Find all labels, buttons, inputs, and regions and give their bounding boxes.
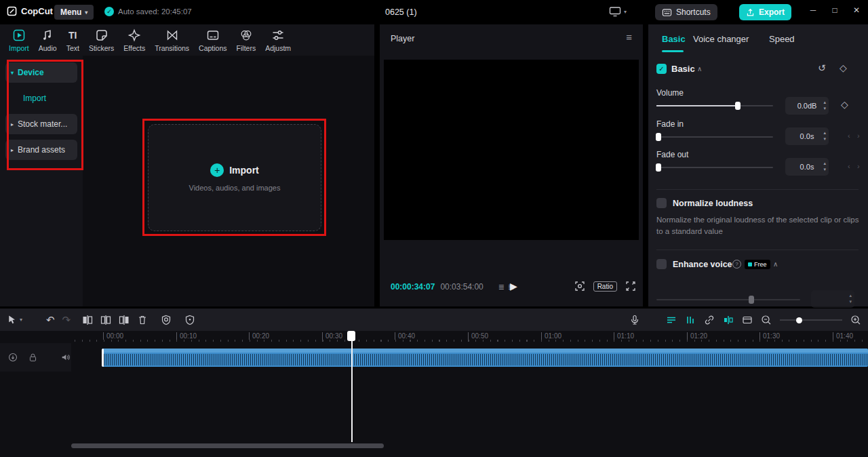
sidebar-item-import[interactable]: Import	[5, 88, 77, 108]
disabled-value-field[interactable]: ▴▾	[811, 290, 854, 308]
export-button[interactable]: Export	[739, 4, 791, 20]
zoom-slider-thumb[interactable]	[796, 317, 802, 323]
enhance-voice-label: Enhance voice	[673, 260, 732, 269]
auto-snap-button[interactable]	[685, 315, 696, 325]
menu-button[interactable]: Menu ▾	[54, 5, 94, 20]
record-voiceover-button[interactable]	[629, 315, 640, 325]
tab-basic[interactable]: Basic	[662, 34, 686, 44]
tab-audio[interactable]: Audio	[34, 28, 62, 52]
tab-stickers[interactable]: Stickers	[84, 28, 119, 52]
autosave-check-icon: ✓	[104, 7, 114, 16]
audio-clip[interactable]	[102, 349, 868, 367]
reset-icon[interactable]: ↺	[818, 62, 826, 73]
track-order-icon[interactable]	[8, 353, 18, 362]
undo-button[interactable]: ↶	[46, 314, 55, 326]
zoom-out-icon[interactable]	[761, 315, 772, 325]
mask-button[interactable]	[161, 315, 172, 325]
export-label: Export	[759, 7, 785, 17]
fade-in-stepper[interactable]: ▴▾	[823, 130, 826, 142]
player-menu-icon[interactable]: ≡	[626, 31, 632, 43]
disabled-slider-thumb[interactable]	[749, 296, 754, 304]
tab-transitions[interactable]: Transitions	[150, 28, 194, 52]
next-keyframe-icon[interactable]: ›	[857, 132, 860, 140]
sidebar-item-stock-material[interactable]: ▸ Stock mater...	[5, 114, 77, 134]
tab-effects[interactable]: Effects	[119, 28, 150, 52]
captions-icon	[206, 28, 220, 42]
tab-adjustment[interactable]: Adjustm	[260, 28, 296, 52]
split-left-button[interactable]	[82, 315, 93, 325]
close-button[interactable]: ✕	[848, 5, 865, 15]
fullscreen-icon[interactable]	[625, 281, 636, 292]
fade-out-slider-thumb[interactable]	[656, 163, 661, 172]
normalize-loudness-checkbox[interactable]	[656, 198, 667, 208]
select-tool-button[interactable]: ▾	[7, 315, 22, 325]
tab-captions[interactable]: Captions	[194, 28, 231, 52]
disabled-stepper[interactable]: ▴▾	[849, 292, 852, 304]
transitions-icon	[165, 28, 179, 42]
tab-import[interactable]: Import	[4, 28, 34, 52]
fade-out-value-field[interactable]: 0.0s ▴▾	[785, 158, 829, 176]
disabled-slider[interactable]	[656, 296, 800, 304]
volume-stepper[interactable]: ▴▾	[823, 99, 826, 111]
sidebar-item-device[interactable]: ▾ Device	[5, 62, 77, 83]
preview-quality-icon[interactable]	[574, 281, 585, 292]
fade-in-slider[interactable]	[656, 133, 773, 141]
split-right-button[interactable]	[119, 315, 130, 325]
fade-out-slider[interactable]	[656, 163, 773, 172]
timeline-toolbar: ▾ ↶ ↷	[0, 309, 868, 331]
lock-icon[interactable]	[28, 353, 37, 362]
adjustment-icon	[271, 28, 285, 42]
redo-button[interactable]: ↷	[62, 314, 71, 326]
volume-value-field[interactable]: 0.0dB ▴▾	[785, 97, 829, 115]
ratio-button[interactable]: Ratio	[593, 281, 617, 292]
maximize-button[interactable]: □	[826, 5, 844, 15]
timeline-area: 00:00 00:10 00:20 00:30 00:40 00:50 01:0…	[0, 331, 868, 457]
collapse-icon[interactable]: ∧	[697, 65, 702, 73]
split-button[interactable]	[100, 315, 111, 325]
fade-in-label: Fade in	[656, 119, 684, 129]
time-display: 00:00:34:07 00:03:54:00 ≣ ≣	[391, 282, 514, 292]
tab-voice-changer[interactable]: Voice changer	[693, 34, 749, 44]
play-button[interactable]: ▶	[510, 281, 517, 292]
basic-section-checkbox[interactable]: ✓	[656, 64, 667, 74]
autosave-status: ✓ Auto saved: 20:45:07	[104, 7, 192, 16]
shield-button[interactable]	[184, 315, 195, 325]
volume-keyframe-icon[interactable]: ◇	[841, 99, 848, 110]
prev-keyframe-icon[interactable]: ‹	[848, 132, 850, 140]
delete-button[interactable]	[137, 315, 148, 325]
tab-text[interactable]: TI Text	[62, 28, 84, 52]
track-snap-button[interactable]	[723, 315, 734, 325]
tab-filters[interactable]: Filters	[232, 28, 261, 52]
fade-in-value-field[interactable]: 0.0s ▴▾	[785, 127, 829, 145]
preview-frame-button[interactable]	[742, 315, 753, 325]
import-dropzone[interactable]: + Import Videos, audios, and images	[148, 124, 321, 231]
zoom-in-icon[interactable]	[850, 315, 861, 325]
timeline-zoom-slider[interactable]	[780, 316, 842, 324]
mute-track-icon[interactable]	[60, 353, 71, 362]
fade-out-stepper[interactable]: ▴▾	[823, 160, 826, 172]
sidebar-item-brand-assets[interactable]: ▸ Brand assets	[5, 140, 77, 160]
prev-keyframe-icon[interactable]: ‹	[848, 162, 850, 170]
import-icon	[12, 28, 26, 42]
ruler-label: 00:40	[395, 332, 415, 340]
link-button[interactable]	[704, 315, 715, 325]
main-track-magnetic-button[interactable]	[666, 315, 677, 325]
minimize-button[interactable]: ─	[804, 5, 822, 15]
clip-left-handle[interactable]	[102, 349, 104, 367]
video-preview[interactable]	[384, 60, 639, 240]
display-mode-button[interactable]: ▾	[609, 6, 627, 17]
shortcuts-button[interactable]: Shortcuts	[655, 4, 717, 20]
timeline-horizontal-scrollbar[interactable]	[71, 443, 384, 448]
volume-slider[interactable]	[656, 102, 773, 110]
collapse-icon[interactable]: ∧	[773, 260, 778, 268]
playhead-handle[interactable]	[347, 331, 355, 341]
active-tab-underline	[662, 50, 684, 52]
enhance-voice-checkbox[interactable]	[656, 259, 667, 269]
fade-in-slider-thumb[interactable]	[656, 133, 661, 141]
next-keyframe-icon[interactable]: ›	[857, 162, 860, 170]
volume-slider-thumb[interactable]	[735, 102, 741, 110]
tab-speed[interactable]: Speed	[769, 34, 795, 44]
help-icon[interactable]: ?	[732, 260, 741, 269]
keyframe-diamond-icon[interactable]: ◇	[840, 62, 847, 73]
audio-waveform	[104, 354, 868, 365]
